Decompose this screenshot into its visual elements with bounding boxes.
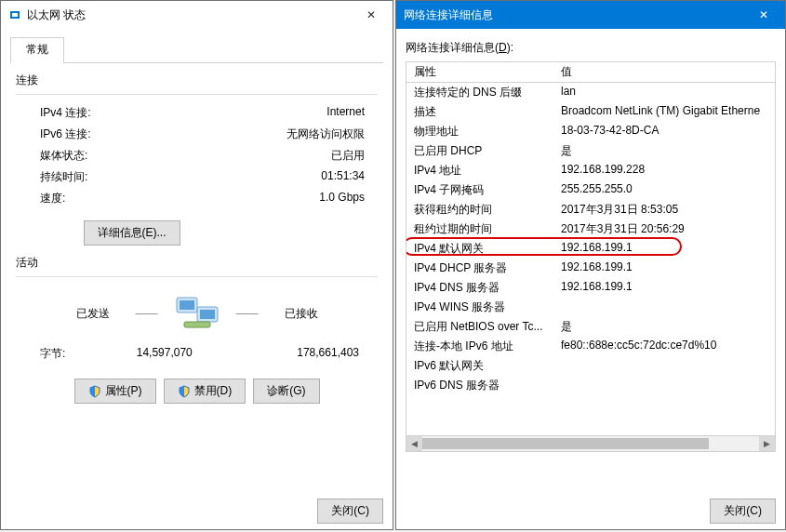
close-button[interactable]: 关闭(C) — [317, 499, 383, 524]
bytes-label: 字节: — [16, 346, 100, 362]
cell-property: 已启用 NetBIOS over Tc... — [408, 319, 559, 335]
scroll-thumb[interactable] — [422, 438, 709, 449]
tab-strip: 常规 — [10, 36, 383, 63]
bytes-sent: 14,597,070 — [100, 346, 230, 362]
activity-graphic: 已发送 —— —— 已接收 — [16, 294, 378, 333]
row-speed: 速度:1.0 Gbps — [16, 188, 378, 209]
cell-property: 获得租约的时间 — [408, 202, 559, 218]
svg-rect-3 — [180, 300, 194, 310]
table-row[interactable]: 已启用 NetBIOS over Tc...是 — [406, 317, 775, 337]
scroll-right-icon[interactable]: ▶ — [759, 436, 775, 451]
cell-value — [559, 378, 773, 393]
cell-property: IPv4 DHCP 服务器 — [408, 260, 559, 276]
svg-rect-1 — [12, 13, 18, 17]
cell-value: 255.255.255.0 — [559, 182, 773, 198]
table-row[interactable]: 租约过期的时间2017年3月31日 20:56:29 — [406, 219, 775, 239]
window-body: 网络连接详细信息(D): 属性 值 连接特定的 DNS 后缀lan描述Broad… — [396, 29, 785, 459]
diagnose-button[interactable]: 诊断(G) — [253, 379, 319, 404]
table-row[interactable]: IPv4 WINS 服务器 — [406, 298, 775, 317]
connection-details-window: 网络连接详细信息 ✕ 网络连接详细信息(D): 属性 值 连接特定的 DNS 后… — [395, 0, 786, 530]
cell-value: lan — [559, 85, 773, 100]
cell-value: fe80::688e:cc5c:72dc:ce7d%10 — [559, 339, 773, 354]
horizontal-scrollbar[interactable]: ◀ ▶ — [406, 435, 775, 451]
cell-value: 18-03-73-42-8D-CA — [559, 124, 773, 140]
cell-property: IPv4 默认网关 — [408, 241, 559, 257]
cell-value — [559, 358, 773, 374]
disable-button[interactable]: 禁用(D) — [164, 379, 246, 404]
cell-property: 连接-本地 IPv6 地址 — [408, 339, 559, 354]
activity-section: 活动 已发送 —— —— 已接收 字节: — [16, 255, 378, 404]
cell-value: 2017年3月31日 20:56:29 — [559, 221, 773, 237]
divider — [16, 276, 378, 277]
section-title-connection: 连接 — [16, 73, 378, 88]
titlebar[interactable]: 以太网 状态 ✕ — [1, 1, 393, 29]
computers-icon — [173, 294, 221, 333]
svg-rect-5 — [200, 310, 215, 319]
table-row[interactable]: 连接-本地 IPv6 地址fe80::688e:cc5c:72dc:ce7d%1… — [406, 337, 775, 356]
action-buttons: 属性(P) 禁用(D) 诊断(G) — [16, 379, 378, 404]
titlebar[interactable]: 网络连接详细信息 ✕ — [396, 1, 785, 29]
cell-value — [559, 299, 773, 315]
row-ipv4: IPv4 连接:Internet — [16, 102, 378, 124]
shield-icon — [88, 385, 101, 398]
table-row[interactable]: 已启用 DHCP是 — [406, 141, 775, 161]
col-property: 属性 — [408, 64, 559, 80]
table-row[interactable]: IPv4 地址192.168.199.228 — [406, 161, 775, 180]
cell-value: 是 — [559, 319, 773, 335]
cell-value: Broadcom NetLink (TM) Gigabit Etherne — [559, 104, 773, 120]
table-row[interactable]: IPv4 DNS 服务器192.168.199.1 — [406, 278, 775, 298]
details-table[interactable]: 属性 值 连接特定的 DNS 后缀lan描述Broadcom NetLink (… — [406, 61, 776, 452]
cell-property: IPv4 地址 — [408, 163, 559, 179]
section-title-activity: 活动 — [16, 255, 378, 271]
cell-property: 描述 — [408, 104, 559, 120]
recv-label: 已接收 — [273, 306, 329, 322]
close-icon[interactable]: ✕ — [750, 1, 778, 29]
cell-value: 192.168.199.1 — [559, 280, 773, 296]
divider — [16, 94, 378, 95]
sent-label: 已发送 — [65, 306, 121, 322]
window-title: 网络连接详细信息 — [404, 7, 750, 23]
table-header: 属性 值 — [406, 62, 775, 83]
table-row[interactable]: IPv6 默认网关 — [406, 356, 775, 376]
cell-property: 租约过期的时间 — [408, 221, 559, 237]
cell-value: 2017年3月31日 8:53:05 — [559, 202, 773, 218]
properties-button[interactable]: 属性(P) — [74, 379, 156, 404]
cell-property: 连接特定的 DNS 后缀 — [408, 85, 559, 100]
cell-property: IPv6 默认网关 — [408, 358, 559, 374]
svg-rect-6 — [184, 322, 210, 327]
cell-value: 是 — [559, 143, 773, 159]
cell-property: IPv4 子网掩码 — [408, 182, 559, 198]
cell-value: 192.168.199.228 — [559, 163, 773, 179]
window-body: 常规 连接 IPv4 连接:Internet IPv6 连接:无网络访问权限 媒… — [1, 29, 393, 420]
shield-icon — [178, 385, 191, 398]
col-value: 值 — [559, 64, 773, 80]
dash-icon: —— — [136, 307, 158, 320]
table-body: 连接特定的 DNS 后缀lan描述Broadcom NetLink (TM) G… — [406, 83, 775, 395]
table-row[interactable]: 连接特定的 DNS 后缀lan — [406, 83, 775, 102]
close-button[interactable]: 关闭(C) — [710, 499, 776, 524]
connection-section: 连接 IPv4 连接:Internet IPv6 连接:无网络访问权限 媒体状态… — [16, 73, 378, 246]
window-title: 以太网 状态 — [27, 7, 357, 23]
row-duration: 持续时间:01:51:34 — [16, 166, 378, 188]
table-row[interactable]: IPv6 DNS 服务器 — [406, 376, 775, 395]
table-row[interactable]: IPv4 DHCP 服务器192.168.199.1 — [406, 259, 775, 278]
table-row[interactable]: IPv4 子网掩码255.255.255.0 — [406, 180, 775, 200]
cell-value: 192.168.199.1 — [559, 241, 773, 257]
tab-general[interactable]: 常规 — [10, 37, 64, 63]
bytes-row: 字节: 14,597,070 178,661,403 — [16, 339, 378, 369]
table-row[interactable]: 描述Broadcom NetLink (TM) Gigabit Etherne — [406, 102, 775, 122]
scroll-track[interactable] — [422, 436, 759, 451]
cell-property: IPv4 DNS 服务器 — [408, 280, 559, 296]
cell-property: 已启用 DHCP — [408, 143, 559, 159]
details-button[interactable]: 详细信息(E)... — [84, 220, 180, 246]
cell-property: 物理地址 — [408, 124, 559, 140]
table-row[interactable]: 物理地址18-03-73-42-8D-CA — [406, 122, 775, 141]
cell-property: IPv4 WINS 服务器 — [408, 299, 559, 315]
bytes-recv: 178,661,403 — [230, 346, 379, 362]
cell-value: 192.168.199.1 — [559, 260, 773, 276]
table-row[interactable]: IPv4 默认网关192.168.199.1 — [406, 239, 775, 259]
table-row[interactable]: 获得租约的时间2017年3月31日 8:53:05 — [406, 200, 775, 219]
scroll-left-icon[interactable]: ◀ — [406, 436, 422, 451]
close-icon[interactable]: ✕ — [357, 1, 385, 29]
dash-icon: —— — [236, 307, 259, 320]
